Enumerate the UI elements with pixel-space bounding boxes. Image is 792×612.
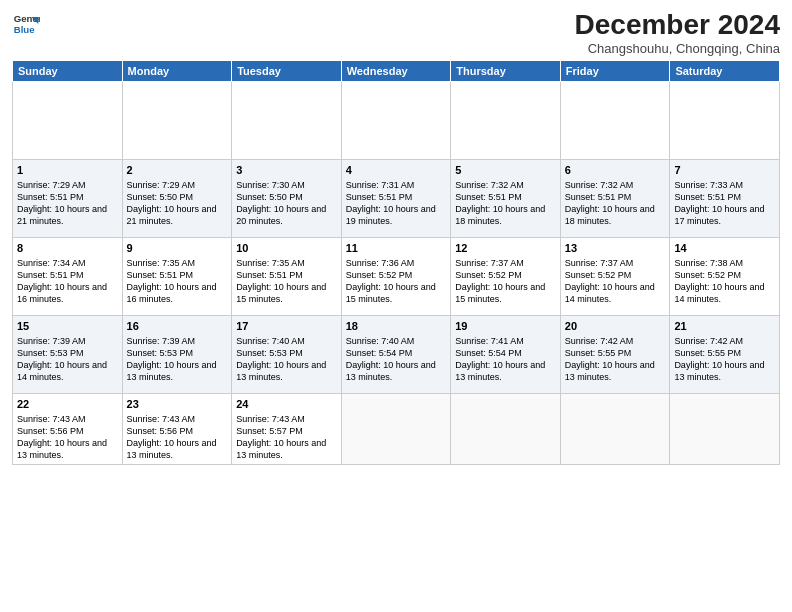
- day-number: 5: [455, 163, 556, 178]
- table-row: 8Sunrise: 7:34 AMSunset: 5:51 PMDaylight…: [13, 237, 123, 315]
- day-number: 1: [17, 163, 118, 178]
- table-row: [122, 81, 232, 159]
- sunset-text: Sunset: 5:51 PM: [674, 192, 741, 202]
- daylight-text: Daylight: 10 hours and 13 minutes.: [674, 360, 764, 382]
- daylight-text: Daylight: 10 hours and 13 minutes.: [127, 360, 217, 382]
- daylight-text: Daylight: 10 hours and 15 minutes.: [455, 282, 545, 304]
- calendar-row: 1Sunrise: 7:29 AMSunset: 5:51 PMDaylight…: [13, 159, 780, 237]
- day-number: 22: [17, 397, 118, 412]
- table-row: 22Sunrise: 7:43 AMSunset: 5:56 PMDayligh…: [13, 393, 123, 464]
- sunset-text: Sunset: 5:51 PM: [455, 192, 522, 202]
- daylight-text: Daylight: 10 hours and 18 minutes.: [455, 204, 545, 226]
- calendar-row: [13, 81, 780, 159]
- sunrise-text: Sunrise: 7:40 AM: [346, 336, 415, 346]
- table-row: [451, 393, 561, 464]
- sunrise-text: Sunrise: 7:43 AM: [236, 414, 305, 424]
- day-number: 2: [127, 163, 228, 178]
- sunrise-text: Sunrise: 7:40 AM: [236, 336, 305, 346]
- daylight-text: Daylight: 10 hours and 16 minutes.: [127, 282, 217, 304]
- daylight-text: Daylight: 10 hours and 20 minutes.: [236, 204, 326, 226]
- daylight-text: Daylight: 10 hours and 14 minutes.: [17, 360, 107, 382]
- sunset-text: Sunset: 5:56 PM: [17, 426, 84, 436]
- sunrise-text: Sunrise: 7:34 AM: [17, 258, 86, 268]
- col-wednesday: Wednesday: [341, 60, 451, 81]
- sunset-text: Sunset: 5:55 PM: [565, 348, 632, 358]
- sunrise-text: Sunrise: 7:36 AM: [346, 258, 415, 268]
- sunset-text: Sunset: 5:52 PM: [565, 270, 632, 280]
- day-number: 11: [346, 241, 447, 256]
- sunrise-text: Sunrise: 7:31 AM: [346, 180, 415, 190]
- daylight-text: Daylight: 10 hours and 13 minutes.: [127, 438, 217, 460]
- sunrise-text: Sunrise: 7:41 AM: [455, 336, 524, 346]
- day-number: 24: [236, 397, 337, 412]
- daylight-text: Daylight: 10 hours and 18 minutes.: [565, 204, 655, 226]
- table-row: 21Sunrise: 7:42 AMSunset: 5:55 PMDayligh…: [670, 315, 780, 393]
- table-row: 9Sunrise: 7:35 AMSunset: 5:51 PMDaylight…: [122, 237, 232, 315]
- daylight-text: Daylight: 10 hours and 13 minutes.: [236, 360, 326, 382]
- sunset-text: Sunset: 5:56 PM: [127, 426, 194, 436]
- table-row: 24Sunrise: 7:43 AMSunset: 5:57 PMDayligh…: [232, 393, 342, 464]
- col-sunday: Sunday: [13, 60, 123, 81]
- table-row: 10Sunrise: 7:35 AMSunset: 5:51 PMDayligh…: [232, 237, 342, 315]
- daylight-text: Daylight: 10 hours and 15 minutes.: [236, 282, 326, 304]
- sunrise-text: Sunrise: 7:32 AM: [455, 180, 524, 190]
- day-number: 14: [674, 241, 775, 256]
- sunrise-text: Sunrise: 7:43 AM: [127, 414, 196, 424]
- sunrise-text: Sunrise: 7:29 AM: [127, 180, 196, 190]
- logo-icon: General Blue: [12, 10, 40, 38]
- sunset-text: Sunset: 5:55 PM: [674, 348, 741, 358]
- sunrise-text: Sunrise: 7:39 AM: [127, 336, 196, 346]
- day-number: 7: [674, 163, 775, 178]
- svg-text:Blue: Blue: [14, 24, 35, 35]
- sunset-text: Sunset: 5:54 PM: [346, 348, 413, 358]
- sunset-text: Sunset: 5:53 PM: [17, 348, 84, 358]
- day-number: 18: [346, 319, 447, 334]
- sunset-text: Sunset: 5:54 PM: [455, 348, 522, 358]
- daylight-text: Daylight: 10 hours and 14 minutes.: [565, 282, 655, 304]
- sunrise-text: Sunrise: 7:42 AM: [674, 336, 743, 346]
- table-row: 16Sunrise: 7:39 AMSunset: 5:53 PMDayligh…: [122, 315, 232, 393]
- col-saturday: Saturday: [670, 60, 780, 81]
- table-row: [670, 81, 780, 159]
- sunrise-text: Sunrise: 7:29 AM: [17, 180, 86, 190]
- header-row: Sunday Monday Tuesday Wednesday Thursday…: [13, 60, 780, 81]
- table-row: 23Sunrise: 7:43 AMSunset: 5:56 PMDayligh…: [122, 393, 232, 464]
- sunset-text: Sunset: 5:51 PM: [565, 192, 632, 202]
- daylight-text: Daylight: 10 hours and 19 minutes.: [346, 204, 436, 226]
- day-number: 12: [455, 241, 556, 256]
- table-row: 20Sunrise: 7:42 AMSunset: 5:55 PMDayligh…: [560, 315, 670, 393]
- sunrise-text: Sunrise: 7:39 AM: [17, 336, 86, 346]
- table-row: [341, 81, 451, 159]
- sunrise-text: Sunrise: 7:37 AM: [565, 258, 634, 268]
- table-row: 1Sunrise: 7:29 AMSunset: 5:51 PMDaylight…: [13, 159, 123, 237]
- table-row: 3Sunrise: 7:30 AMSunset: 5:50 PMDaylight…: [232, 159, 342, 237]
- sunset-text: Sunset: 5:53 PM: [127, 348, 194, 358]
- sunset-text: Sunset: 5:50 PM: [236, 192, 303, 202]
- sunset-text: Sunset: 5:53 PM: [236, 348, 303, 358]
- day-number: 6: [565, 163, 666, 178]
- daylight-text: Daylight: 10 hours and 21 minutes.: [17, 204, 107, 226]
- sunset-text: Sunset: 5:52 PM: [455, 270, 522, 280]
- day-number: 9: [127, 241, 228, 256]
- table-row: 19Sunrise: 7:41 AMSunset: 5:54 PMDayligh…: [451, 315, 561, 393]
- subtitle: Changshouhu, Chongqing, China: [575, 41, 780, 56]
- table-row: [560, 393, 670, 464]
- table-row: 18Sunrise: 7:40 AMSunset: 5:54 PMDayligh…: [341, 315, 451, 393]
- sunrise-text: Sunrise: 7:32 AM: [565, 180, 634, 190]
- sunrise-text: Sunrise: 7:43 AM: [17, 414, 86, 424]
- day-number: 4: [346, 163, 447, 178]
- day-number: 19: [455, 319, 556, 334]
- day-number: 8: [17, 241, 118, 256]
- calendar-row: 22Sunrise: 7:43 AMSunset: 5:56 PMDayligh…: [13, 393, 780, 464]
- sunset-text: Sunset: 5:52 PM: [674, 270, 741, 280]
- table-row: [13, 81, 123, 159]
- daylight-text: Daylight: 10 hours and 13 minutes.: [17, 438, 107, 460]
- table-row: [451, 81, 561, 159]
- table-row: 12Sunrise: 7:37 AMSunset: 5:52 PMDayligh…: [451, 237, 561, 315]
- sunset-text: Sunset: 5:51 PM: [236, 270, 303, 280]
- sunrise-text: Sunrise: 7:30 AM: [236, 180, 305, 190]
- col-tuesday: Tuesday: [232, 60, 342, 81]
- col-monday: Monday: [122, 60, 232, 81]
- month-title: December 2024: [575, 10, 780, 41]
- table-row: [341, 393, 451, 464]
